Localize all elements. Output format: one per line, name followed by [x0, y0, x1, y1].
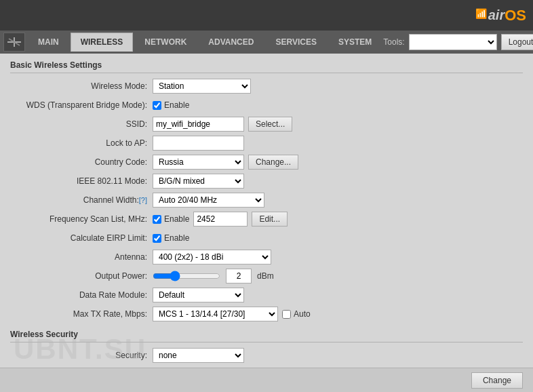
ssid-row: SSID: Select... — [10, 117, 523, 132]
data-rate-control: Default Custom — [153, 288, 244, 302]
calc-eirp-enable-text: Enable — [164, 233, 189, 243]
tab-network[interactable]: NETWORK — [134, 33, 197, 52]
country-code-select[interactable]: Russia United States Germany — [153, 155, 244, 170]
country-code-label: Country Code: — [10, 157, 153, 167]
data-rate-label: Data Rate Module: — [10, 290, 153, 300]
logo-os: OS — [505, 7, 526, 24]
ssid-select-button[interactable]: Select... — [248, 117, 292, 132]
nav-right: Tools: Logout — [383, 34, 533, 50]
output-power-slider[interactable] — [153, 271, 220, 281]
data-rate-select[interactable]: Default Custom — [153, 288, 244, 302]
freq-scan-row: Frequency Scan List, MHz: Enable Edit... — [10, 212, 523, 227]
lock-to-ap-label: Lock to AP: — [10, 138, 153, 148]
security-label: Security: — [10, 351, 153, 360]
wds-row: WDS (Transparent Bridge Mode): Enable — [10, 98, 523, 113]
wds-enable-text: Enable — [164, 100, 189, 110]
max-tx-auto-checkbox[interactable] — [282, 310, 291, 319]
freq-scan-edit-button[interactable]: Edit... — [252, 212, 288, 227]
content: Basic Wireless Settings Wireless Mode: S… — [0, 54, 533, 392]
channel-width-control: Auto 20/40 MHz 20 MHz 40 MHz — [153, 193, 264, 208]
max-tx-select[interactable]: MCS 1 - 13/14.4 [27/30] MCS 2 - 26/28.9 … — [153, 307, 278, 321]
max-tx-label: Max TX Rate, Mbps: — [10, 309, 153, 319]
tab-advanced[interactable]: ADVANCED — [198, 33, 264, 52]
bottom-bar: Change — [0, 368, 533, 392]
wds-control: Enable — [153, 100, 189, 110]
wireless-mode-row: Wireless Mode: Station Access Point Acce… — [10, 79, 523, 94]
lock-to-ap-input[interactable] — [153, 136, 244, 151]
nav-bar: MAIN WIRELESS NETWORK ADVANCED SERVICES … — [0, 31, 533, 54]
wireless-mode-label: Wireless Mode: — [10, 81, 153, 91]
slider-container: dBm — [153, 269, 274, 283]
ieee-mode-select[interactable]: B/G/N mixed B only G only N only — [153, 174, 244, 189]
output-power-control: dBm — [153, 269, 274, 283]
lock-to-ap-row: Lock to AP: — [10, 136, 523, 151]
ssid-control: Select... — [153, 117, 292, 132]
ssid-label: SSID: — [10, 119, 153, 129]
max-tx-auto-label[interactable]: Auto — [282, 309, 311, 319]
freq-scan-input[interactable] — [193, 212, 248, 227]
security-row: Security: none WEP WPA-AES WPA-TKIP WPA2… — [10, 348, 523, 363]
antenna-label: Antenna: — [10, 252, 153, 262]
freq-scan-control: Enable Edit... — [153, 212, 288, 227]
basic-wireless-section-title: Basic Wireless Settings — [10, 60, 523, 73]
antenna-select[interactable]: 400 (2x2) - 18 dBi 200 (1x1) - 15 dBi — [153, 250, 271, 264]
channel-width-row: Channel Width:[?] Auto 20/40 MHz 20 MHz … — [10, 193, 523, 208]
output-power-row: Output Power: dBm — [10, 269, 523, 283]
wireless-security-section-title: Wireless Security — [10, 330, 523, 342]
tools-select[interactable] — [409, 34, 497, 50]
freq-scan-label: Frequency Scan List, MHz: — [10, 214, 153, 224]
country-code-control: Russia United States Germany Change... — [153, 155, 298, 170]
wireless-mode-select[interactable]: Station Access Point Access Point WDS St… — [153, 79, 251, 94]
output-power-unit: dBm — [257, 271, 274, 281]
lock-to-ap-control — [153, 136, 244, 151]
tab-wireless[interactable]: WIRELESS — [71, 33, 134, 52]
freq-scan-checkbox-label[interactable]: Enable — [153, 214, 189, 224]
header: 📶 air OS — [0, 0, 533, 31]
calc-eirp-checkbox[interactable] — [153, 234, 161, 243]
nav-logo — [3, 33, 25, 52]
wds-checkbox[interactable] — [153, 101, 161, 110]
wifi-icon: 📶 — [475, 8, 487, 19]
logo-air: air — [488, 7, 505, 23]
ieee-mode-row: IEEE 802.11 Mode: B/G/N mixed B only G o… — [10, 174, 523, 189]
data-rate-row: Data Rate Module: Default Custom — [10, 288, 523, 302]
output-power-input[interactable] — [226, 269, 252, 283]
freq-scan-checkbox[interactable] — [153, 215, 161, 224]
channel-width-select[interactable]: Auto 20/40 MHz 20 MHz 40 MHz — [153, 193, 264, 208]
calc-eirp-row: Calculate EIRP Limit: Enable — [10, 231, 523, 246]
logo: 📶 air OS — [475, 7, 526, 24]
change-button[interactable]: Change — [471, 372, 523, 389]
tab-services[interactable]: SERVICES — [265, 33, 326, 52]
ieee-mode-label: IEEE 802.11 Mode: — [10, 176, 153, 186]
tab-system[interactable]: SYSTEM — [328, 33, 382, 52]
wds-label: WDS (Transparent Bridge Mode): — [10, 100, 153, 110]
calc-eirp-label: Calculate EIRP Limit: — [10, 233, 153, 243]
freq-scan-enable-text: Enable — [164, 214, 189, 224]
max-tx-row: Max TX Rate, Mbps: MCS 1 - 13/14.4 [27/3… — [10, 307, 523, 321]
calc-eirp-control: Enable — [153, 233, 189, 243]
logout-button[interactable]: Logout — [501, 34, 533, 50]
wds-checkbox-label[interactable]: Enable — [153, 100, 189, 110]
country-change-button[interactable]: Change... — [248, 155, 298, 170]
calc-eirp-checkbox-label[interactable]: Enable — [153, 233, 189, 243]
output-power-label: Output Power: — [10, 271, 153, 281]
tab-main[interactable]: MAIN — [28, 33, 69, 52]
max-tx-auto-text: Auto — [294, 309, 311, 319]
channel-width-label: Channel Width:[?] — [10, 195, 153, 205]
wireless-mode-control: Station Access Point Access Point WDS St… — [153, 79, 251, 94]
security-select[interactable]: none WEP WPA-AES WPA-TKIP WPA2-AES WPA2-… — [153, 348, 244, 363]
channel-width-help[interactable]: [?] — [139, 196, 147, 204]
antenna-row: Antenna: 400 (2x2) - 18 dBi 200 (1x1) - … — [10, 250, 523, 264]
max-tx-control: MCS 1 - 13/14.4 [27/30] MCS 2 - 26/28.9 … — [153, 307, 311, 321]
ieee-mode-control: B/G/N mixed B only G only N only — [153, 174, 244, 189]
ssid-input[interactable] — [153, 117, 244, 132]
ubnt-icon — [4, 35, 24, 49]
antenna-control: 400 (2x2) - 18 dBi 200 (1x1) - 15 dBi — [153, 250, 271, 264]
country-code-row: Country Code: Russia United States Germa… — [10, 155, 523, 170]
security-control: none WEP WPA-AES WPA-TKIP WPA2-AES WPA2-… — [153, 348, 244, 363]
tools-label: Tools: — [383, 37, 404, 47]
